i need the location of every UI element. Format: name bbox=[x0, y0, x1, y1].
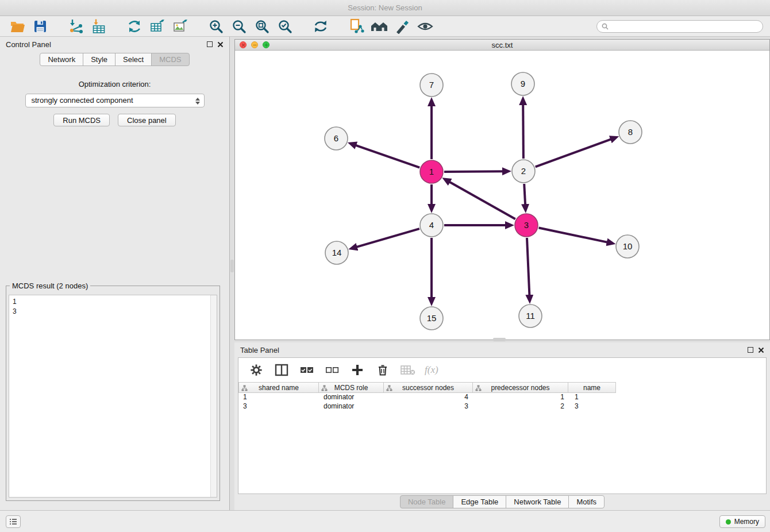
edge-1-6[interactable] bbox=[356, 145, 419, 168]
toolbar-search[interactable] bbox=[596, 20, 763, 33]
node-table-container: f(x) shared name MCDS role successor nod… bbox=[238, 357, 767, 494]
mcds-result-line: 1 bbox=[13, 297, 217, 307]
optimization-criterion-label: Optimization criterion: bbox=[0, 80, 229, 88]
column-tree-icon bbox=[241, 385, 248, 391]
horizontal-splitter-handle[interactable] bbox=[493, 338, 506, 341]
graph-node-label-14: 14 bbox=[332, 248, 342, 257]
import-network-icon[interactable] bbox=[64, 18, 87, 35]
run-mcds-button[interactable]: Run MCDS bbox=[53, 114, 110, 126]
delete-column-icon[interactable] bbox=[374, 362, 391, 378]
edge-3-10[interactable] bbox=[539, 228, 607, 242]
open-file-icon[interactable] bbox=[6, 18, 29, 35]
window-titlebar[interactable]: Session: New Session bbox=[0, 0, 770, 16]
control-panel: Control Panel Network Style Select MCDS … bbox=[0, 37, 230, 510]
table-row[interactable]: 1 dominator 4 1 1 bbox=[238, 393, 766, 402]
minimize-window-icon[interactable] bbox=[251, 41, 258, 48]
column-header-mcds-role[interactable]: MCDS role bbox=[318, 382, 384, 393]
search-icon bbox=[602, 23, 609, 30]
function-builder-icon: f(x) bbox=[425, 364, 438, 376]
table-row[interactable]: 3 dominator 3 2 3 bbox=[238, 402, 766, 411]
close-panel-icon[interactable] bbox=[217, 41, 224, 48]
cell-successor-nodes: 4 bbox=[384, 393, 474, 402]
column-header-successor-nodes[interactable]: successor nodes bbox=[383, 382, 473, 393]
delete-table-icon-disabled bbox=[399, 362, 417, 378]
memory-button[interactable]: Memory bbox=[719, 515, 765, 528]
column-tree-icon bbox=[386, 385, 392, 391]
apply-style-icon[interactable] bbox=[391, 18, 414, 35]
new-network-icon[interactable] bbox=[123, 18, 146, 35]
table-panel-title: Table Panel bbox=[240, 346, 279, 354]
graph-node-label-15: 15 bbox=[427, 313, 437, 323]
tab-motifs[interactable]: Motifs bbox=[568, 495, 605, 508]
mcds-result-title: MCDS result (2 nodes) bbox=[10, 282, 90, 290]
mcds-result-line: 3 bbox=[13, 307, 217, 317]
edge-4-14[interactable] bbox=[357, 229, 419, 247]
add-column-icon[interactable] bbox=[349, 362, 366, 378]
zoom-selected-icon[interactable] bbox=[274, 18, 297, 35]
column-header-predecessor-nodes[interactable]: predecessor nodes bbox=[472, 382, 568, 393]
network-graph[interactable]: 7968124314101511 bbox=[235, 51, 769, 340]
edge-2-9[interactable] bbox=[523, 105, 523, 159]
cell-predecessor-nodes: 2 bbox=[474, 402, 570, 411]
column-header-shared-name[interactable]: shared name bbox=[238, 382, 319, 393]
graph-node-label-7: 7 bbox=[429, 80, 434, 90]
network-view-window: scc.txt 7968124314101511 bbox=[234, 39, 770, 340]
optimization-dropdown[interactable]: strongly connected component bbox=[25, 94, 205, 107]
tab-edge-table[interactable]: Edge Table bbox=[453, 495, 506, 508]
column-header-name[interactable]: name bbox=[568, 382, 616, 393]
show-hide-graphics-eye-icon[interactable] bbox=[414, 18, 437, 35]
edge-2-3[interactable] bbox=[524, 184, 525, 205]
save-session-icon[interactable] bbox=[29, 18, 52, 35]
control-panel-header: Control Panel bbox=[0, 37, 229, 52]
cell-shared-name: 3 bbox=[238, 402, 319, 411]
zoom-in-icon[interactable] bbox=[205, 18, 228, 35]
edge-2-8[interactable] bbox=[536, 139, 611, 167]
graph-node-label-4: 4 bbox=[429, 220, 434, 230]
zoom-out-icon[interactable] bbox=[228, 18, 251, 35]
close-window-icon[interactable] bbox=[240, 41, 247, 48]
select-all-icon[interactable] bbox=[298, 362, 315, 378]
tab-style[interactable]: Style bbox=[83, 53, 116, 66]
cell-name: 3 bbox=[570, 402, 618, 411]
cell-predecessor-nodes: 1 bbox=[474, 393, 570, 402]
float-table-panel-icon[interactable] bbox=[748, 347, 753, 353]
vertical-splitter-handle[interactable] bbox=[230, 260, 234, 272]
mcds-result-area[interactable]: 1 3 bbox=[9, 295, 217, 498]
float-panel-icon[interactable] bbox=[207, 41, 213, 47]
search-input[interactable] bbox=[611, 22, 758, 30]
edge-3-11[interactable] bbox=[527, 238, 529, 295]
export-image-icon[interactable] bbox=[169, 18, 192, 35]
tab-node-table[interactable]: Node Table bbox=[400, 495, 454, 508]
edge-1-2[interactable] bbox=[444, 171, 503, 172]
graph-node-label-3: 3 bbox=[524, 220, 529, 230]
zoom-window-icon[interactable] bbox=[263, 41, 270, 48]
close-table-panel-icon[interactable] bbox=[758, 347, 764, 353]
application-window: Session: New Session bbox=[0, 0, 770, 532]
export-table-icon[interactable] bbox=[146, 18, 169, 35]
tab-mcds[interactable]: MCDS bbox=[151, 53, 189, 66]
import-table-icon[interactable] bbox=[87, 18, 110, 35]
close-panel-button[interactable]: Close panel bbox=[118, 114, 176, 126]
edge-3-1[interactable] bbox=[449, 182, 515, 219]
table-settings-gear-icon[interactable] bbox=[248, 362, 265, 378]
cell-successor-nodes: 3 bbox=[384, 402, 474, 411]
refresh-icon[interactable] bbox=[309, 18, 332, 35]
show-columns-icon[interactable] bbox=[273, 362, 290, 378]
tab-network[interactable]: Network bbox=[40, 53, 83, 66]
memory-label: Memory bbox=[734, 518, 759, 526]
network-overview-home-icon[interactable] bbox=[368, 18, 391, 35]
table-panel-tabs: Node Table Edge Table Network Table Moti… bbox=[234, 495, 770, 508]
cell-mcds-role: dominator bbox=[319, 393, 384, 402]
optimization-dropdown-value: strongly connected component bbox=[32, 96, 133, 105]
tab-network-table[interactable]: Network Table bbox=[506, 495, 569, 508]
graph-node-label-8: 8 bbox=[628, 127, 633, 137]
network-window-titlebar[interactable]: scc.txt bbox=[235, 40, 769, 51]
result-scrollbar[interactable] bbox=[210, 295, 217, 497]
clone-network-icon[interactable] bbox=[345, 18, 368, 35]
tab-select[interactable]: Select bbox=[115, 53, 152, 66]
deselect-all-icon[interactable] bbox=[324, 362, 341, 378]
task-history-button[interactable] bbox=[6, 515, 21, 528]
network-window-title: scc.txt bbox=[492, 41, 513, 49]
zoom-fit-icon[interactable] bbox=[251, 18, 274, 35]
cell-shared-name: 1 bbox=[238, 393, 319, 402]
